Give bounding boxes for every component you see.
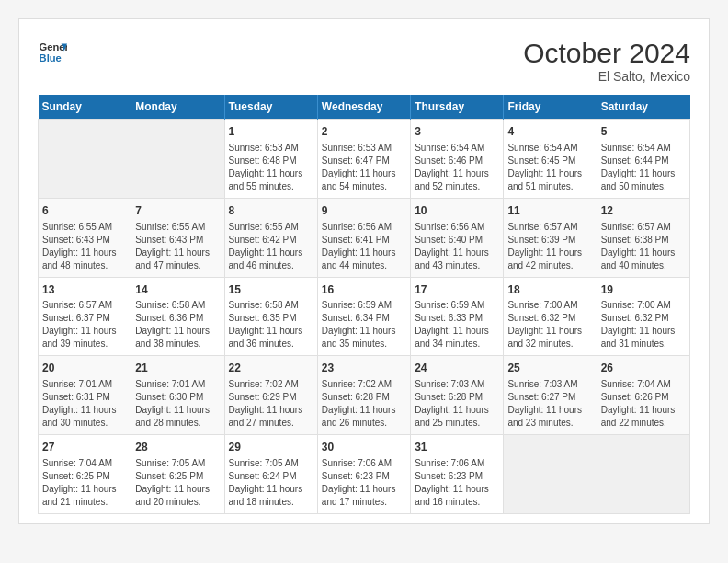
day-header-thursday: Thursday — [411, 95, 504, 120]
calendar-cell: 11Sunrise: 6:57 AM Sunset: 6:39 PM Dayli… — [504, 198, 597, 277]
day-info: Sunrise: 6:55 AM Sunset: 6:42 PM Dayligh… — [229, 221, 313, 272]
calendar-cell: 23Sunrise: 7:02 AM Sunset: 6:28 PM Dayli… — [317, 356, 410, 435]
day-number: 22 — [229, 361, 313, 376]
calendar-cell — [504, 435, 597, 514]
day-header-tuesday: Tuesday — [224, 95, 317, 120]
calendar-cell: 20Sunrise: 7:01 AM Sunset: 6:31 PM Dayli… — [39, 356, 131, 435]
calendar-cell: 30Sunrise: 7:06 AM Sunset: 6:23 PM Dayli… — [317, 435, 410, 514]
day-number: 30 — [322, 440, 406, 455]
day-header-wednesday: Wednesday — [317, 95, 410, 120]
day-info: Sunrise: 7:03 AM Sunset: 6:27 PM Dayligh… — [507, 378, 592, 430]
day-number: 5 — [601, 124, 686, 140]
day-info: Sunrise: 7:04 AM Sunset: 6:26 PM Dayligh… — [601, 378, 686, 430]
calendar-cell — [131, 120, 224, 199]
day-number: 8 — [229, 203, 313, 219]
calendar-table: SundayMondayTuesdayWednesdayThursdayFrid… — [38, 95, 690, 514]
calendar-cell: 25Sunrise: 7:03 AM Sunset: 6:27 PM Dayli… — [504, 356, 597, 435]
day-info: Sunrise: 6:54 AM Sunset: 6:44 PM Dayligh… — [601, 142, 686, 193]
calendar-container: General Blue October 2024 El Salto, Mexi… — [18, 18, 710, 524]
day-info: Sunrise: 6:57 AM Sunset: 6:39 PM Dayligh… — [507, 221, 592, 272]
day-info: Sunrise: 7:00 AM Sunset: 6:32 PM Dayligh… — [507, 299, 592, 350]
calendar-cell: 5Sunrise: 6:54 AM Sunset: 6:44 PM Daylig… — [597, 120, 689, 199]
calendar-cell: 1Sunrise: 6:53 AM Sunset: 6:48 PM Daylig… — [224, 120, 317, 199]
day-info: Sunrise: 6:55 AM Sunset: 6:43 PM Dayligh… — [42, 221, 127, 272]
week-row-2: 6Sunrise: 6:55 AM Sunset: 6:43 PM Daylig… — [39, 198, 690, 277]
day-number: 25 — [507, 361, 592, 376]
calendar-cell: 3Sunrise: 6:54 AM Sunset: 6:46 PM Daylig… — [411, 120, 504, 199]
day-number: 2 — [322, 124, 406, 140]
calendar-cell: 10Sunrise: 6:56 AM Sunset: 6:40 PM Dayli… — [411, 198, 504, 277]
day-number: 1 — [229, 124, 313, 140]
calendar-cell — [39, 120, 131, 199]
calendar-cell: 28Sunrise: 7:05 AM Sunset: 6:25 PM Dayli… — [131, 435, 224, 514]
calendar-cell: 16Sunrise: 6:59 AM Sunset: 6:34 PM Dayli… — [317, 277, 410, 356]
calendar-cell: 15Sunrise: 6:58 AM Sunset: 6:35 PM Dayli… — [224, 277, 317, 356]
day-info: Sunrise: 7:06 AM Sunset: 6:23 PM Dayligh… — [322, 457, 406, 509]
day-header-friday: Friday — [504, 95, 597, 120]
day-number: 28 — [135, 440, 220, 455]
day-info: Sunrise: 7:04 AM Sunset: 6:25 PM Dayligh… — [42, 457, 127, 509]
day-info: Sunrise: 7:05 AM Sunset: 6:24 PM Dayligh… — [229, 457, 313, 509]
day-info: Sunrise: 6:55 AM Sunset: 6:43 PM Dayligh… — [135, 221, 220, 272]
calendar-cell — [597, 435, 689, 514]
calendar-cell: 12Sunrise: 6:57 AM Sunset: 6:38 PM Dayli… — [597, 198, 689, 277]
day-info: Sunrise: 6:58 AM Sunset: 6:35 PM Dayligh… — [229, 299, 313, 350]
day-number: 6 — [42, 203, 127, 219]
calendar-cell: 22Sunrise: 7:02 AM Sunset: 6:29 PM Dayli… — [224, 356, 317, 435]
calendar-cell: 14Sunrise: 6:58 AM Sunset: 6:36 PM Dayli… — [131, 277, 224, 356]
day-number: 15 — [229, 282, 313, 298]
calendar-cell: 4Sunrise: 6:54 AM Sunset: 6:45 PM Daylig… — [504, 120, 597, 199]
day-info: Sunrise: 7:05 AM Sunset: 6:25 PM Dayligh… — [135, 457, 220, 509]
calendar-cell: 31Sunrise: 7:06 AM Sunset: 6:23 PM Dayli… — [411, 435, 504, 514]
day-info: Sunrise: 6:54 AM Sunset: 6:45 PM Dayligh… — [507, 142, 592, 193]
day-number: 24 — [415, 361, 499, 376]
week-row-5: 27Sunrise: 7:04 AM Sunset: 6:25 PM Dayli… — [39, 435, 690, 514]
logo: General Blue — [38, 38, 67, 67]
day-number: 11 — [507, 203, 592, 219]
day-number: 31 — [415, 440, 499, 455]
calendar-header-row: SundayMondayTuesdayWednesdayThursdayFrid… — [39, 95, 690, 120]
week-row-4: 20Sunrise: 7:01 AM Sunset: 6:31 PM Dayli… — [39, 356, 690, 435]
calendar-cell: 24Sunrise: 7:03 AM Sunset: 6:28 PM Dayli… — [411, 356, 504, 435]
day-info: Sunrise: 7:01 AM Sunset: 6:30 PM Dayligh… — [135, 378, 220, 430]
day-number: 26 — [601, 361, 686, 376]
week-row-3: 13Sunrise: 6:57 AM Sunset: 6:37 PM Dayli… — [39, 277, 690, 356]
calendar-cell: 17Sunrise: 6:59 AM Sunset: 6:33 PM Dayli… — [411, 277, 504, 356]
day-number: 23 — [322, 361, 406, 376]
calendar-cell: 13Sunrise: 6:57 AM Sunset: 6:37 PM Dayli… — [39, 277, 131, 356]
day-info: Sunrise: 6:58 AM Sunset: 6:36 PM Dayligh… — [135, 299, 220, 350]
svg-text:Blue: Blue — [40, 52, 62, 63]
calendar-cell: 18Sunrise: 7:00 AM Sunset: 6:32 PM Dayli… — [504, 277, 597, 356]
day-info: Sunrise: 7:02 AM Sunset: 6:29 PM Dayligh… — [229, 378, 313, 430]
day-number: 14 — [135, 282, 220, 298]
day-number: 9 — [322, 203, 406, 219]
day-info: Sunrise: 6:54 AM Sunset: 6:46 PM Dayligh… — [415, 142, 499, 193]
day-info: Sunrise: 7:02 AM Sunset: 6:28 PM Dayligh… — [322, 378, 406, 430]
calendar-cell: 29Sunrise: 7:05 AM Sunset: 6:24 PM Dayli… — [224, 435, 317, 514]
calendar-cell: 8Sunrise: 6:55 AM Sunset: 6:42 PM Daylig… — [224, 198, 317, 277]
day-number: 19 — [601, 282, 686, 298]
day-number: 18 — [507, 282, 592, 298]
day-number: 4 — [507, 124, 592, 140]
calendar-cell: 9Sunrise: 6:56 AM Sunset: 6:41 PM Daylig… — [317, 198, 410, 277]
day-header-saturday: Saturday — [597, 95, 689, 120]
day-info: Sunrise: 7:01 AM Sunset: 6:31 PM Dayligh… — [42, 378, 127, 430]
day-number: 29 — [229, 440, 313, 455]
day-info: Sunrise: 6:57 AM Sunset: 6:38 PM Dayligh… — [601, 221, 686, 272]
day-number: 12 — [601, 203, 686, 219]
day-info: Sunrise: 7:06 AM Sunset: 6:23 PM Dayligh… — [415, 457, 499, 509]
day-info: Sunrise: 6:56 AM Sunset: 6:40 PM Dayligh… — [415, 221, 499, 272]
day-header-monday: Monday — [131, 95, 224, 120]
calendar-cell: 19Sunrise: 7:00 AM Sunset: 6:32 PM Dayli… — [597, 277, 689, 356]
day-number: 17 — [415, 282, 499, 298]
day-info: Sunrise: 6:59 AM Sunset: 6:34 PM Dayligh… — [322, 299, 406, 350]
day-number: 20 — [42, 361, 127, 376]
title-block: October 2024 El Salto, Mexico — [523, 38, 690, 84]
day-number: 16 — [322, 282, 406, 298]
calendar-cell: 6Sunrise: 6:55 AM Sunset: 6:43 PM Daylig… — [39, 198, 131, 277]
month-title: October 2024 — [523, 38, 690, 69]
day-info: Sunrise: 7:00 AM Sunset: 6:32 PM Dayligh… — [601, 299, 686, 350]
calendar-cell: 2Sunrise: 6:53 AM Sunset: 6:47 PM Daylig… — [317, 120, 410, 199]
location: El Salto, Mexico — [523, 69, 690, 84]
day-number: 7 — [135, 203, 220, 219]
